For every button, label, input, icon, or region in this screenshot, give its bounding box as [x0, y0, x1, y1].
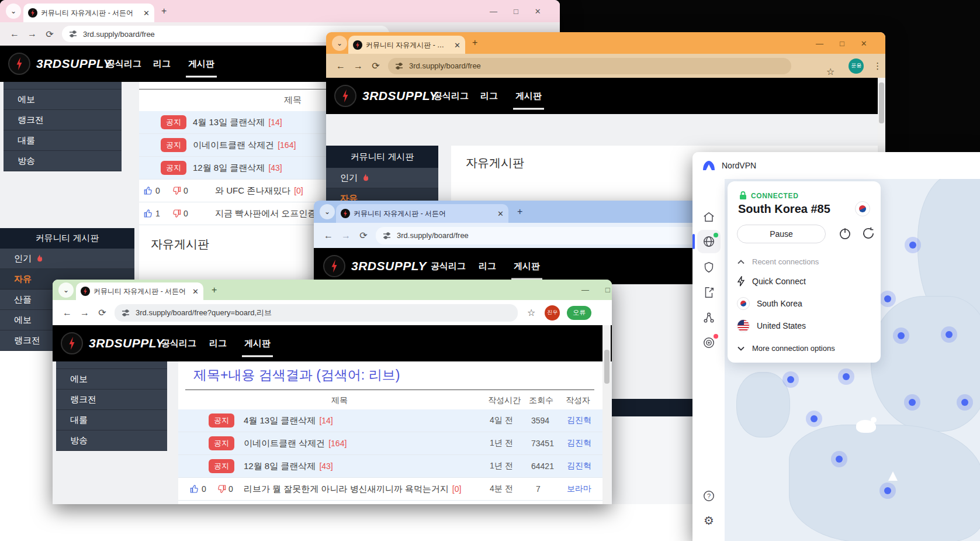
server-cluster-marker[interactable]	[884, 295, 891, 302]
sidebar-item-popular[interactable]: 인기	[326, 168, 438, 188]
bookmark-star-icon[interactable]: ☆	[527, 307, 535, 318]
new-tab-button[interactable]: +	[212, 285, 217, 295]
forward-icon[interactable]: →	[349, 61, 367, 71]
server-cluster-marker[interactable]	[836, 456, 843, 463]
back-icon[interactable]: ←	[58, 308, 76, 318]
board-row[interactable]: 공지 이네이트클랜 삭제건[164] 1년 전 73451 김진혁	[178, 432, 602, 455]
url-text[interactable]: 3rd.supply/board/free	[397, 231, 469, 240]
browser-status-chip[interactable]: 오류	[567, 306, 591, 320]
tab-search-chevron-icon[interactable]: ⌄	[320, 204, 335, 219]
post-title[interactable]: 4월 13일 클랜삭제	[244, 415, 316, 425]
post-author[interactable]: 김진혁	[567, 438, 591, 449]
site-settings-icon[interactable]	[122, 309, 130, 317]
site-logo[interactable]: 3RDSUPPLY	[8, 53, 112, 75]
reload-icon[interactable]: ⟳	[367, 60, 385, 71]
sidebar-item[interactable]: 대룰	[56, 410, 167, 430]
minimize-button[interactable]: —	[581, 285, 589, 294]
post-title[interactable]: 12월 8일 클랜삭제	[193, 163, 265, 173]
board-row[interactable]: 공지 4월 13일 클랜삭제[14] 4일 전 3594 김진혁	[178, 409, 602, 432]
nav-official-league[interactable]: 공식리그	[106, 58, 141, 70]
nav-league[interactable]: 리그	[153, 58, 171, 70]
nav-board[interactable]: 게시판	[515, 91, 542, 102]
meshnet-icon[interactable]	[697, 306, 721, 329]
recent-connection-item[interactable]: United States	[737, 319, 806, 332]
back-icon[interactable]: ←	[320, 230, 337, 241]
server-cluster-marker[interactable]	[884, 487, 891, 494]
forward-icon[interactable]: →	[23, 29, 41, 39]
back-icon[interactable]: ←	[6, 29, 23, 39]
nav-board[interactable]: 게시판	[514, 261, 540, 272]
new-tab-button[interactable]: +	[161, 6, 167, 16]
tab-close-icon[interactable]: ✕	[143, 9, 150, 17]
new-tab-button[interactable]: +	[517, 207, 522, 216]
reload-icon[interactable]: ⟳	[41, 29, 58, 40]
server-cluster-marker[interactable]	[909, 399, 916, 406]
post-title[interactable]: 이네이트클랜 삭제건	[193, 140, 274, 150]
sidebar-item[interactable]: 대룰	[4, 130, 122, 151]
post-title[interactable]: 와 UFC 존나재밌다	[215, 185, 290, 195]
sidebar-item[interactable]: 랭크전	[4, 110, 122, 130]
sidebar-item-clipped[interactable]	[56, 361, 167, 369]
nav-official-league[interactable]: 공식리그	[434, 91, 469, 102]
quick-connect-item[interactable]: Quick Connect	[737, 276, 806, 287]
home-icon[interactable]	[697, 205, 721, 229]
sidebar-item-clipped[interactable]	[4, 82, 122, 89]
forward-icon[interactable]: →	[76, 308, 94, 318]
nav-league[interactable]: 리그	[209, 338, 227, 349]
profile-avatar[interactable]: 진우	[545, 305, 560, 321]
tab-search-chevron-icon[interactable]: ⌄	[6, 4, 21, 19]
sidebar-item-popular[interactable]: 인기	[0, 249, 134, 269]
pause-button[interactable]: Pause	[737, 225, 826, 243]
page-scrollbar[interactable]	[602, 325, 611, 504]
server-cluster-marker[interactable]	[909, 242, 916, 249]
site-settings-icon[interactable]	[383, 232, 391, 240]
sidebar-item[interactable]: 랭크전	[56, 390, 167, 410]
tab-search-chevron-icon[interactable]: ⌄	[332, 36, 347, 51]
address-bar[interactable]: 3rd.supply/board/free?query=board,리브	[115, 304, 518, 322]
server-cluster-marker[interactable]	[898, 332, 905, 339]
recent-connection-item[interactable]: South Korea	[737, 297, 802, 310]
more-connection-options[interactable]: More connection options	[737, 344, 835, 353]
sidebar-item[interactable]: 방송	[4, 151, 122, 171]
board-row[interactable]: 공지 12월 8일 클랜삭제[43] 1년 전 64421 김진혁	[178, 455, 602, 478]
address-bar[interactable]: 3rd.supply/board/free	[388, 58, 791, 74]
nav-league[interactable]: 리그	[479, 261, 496, 272]
sidebar-item[interactable]: 에보	[4, 89, 122, 110]
server-cluster-marker[interactable]	[787, 376, 794, 383]
post-author[interactable]: 김진혁	[567, 415, 591, 426]
site-logo[interactable]: 3RDSUPPLY	[61, 332, 164, 354]
site-logo[interactable]: 3RDSUPPLY	[334, 85, 438, 107]
file-share-icon[interactable]	[697, 281, 721, 304]
post-title[interactable]: 지금 빡사판에서 오프인증 제	[215, 208, 328, 218]
post-title[interactable]: 12월 8일 클랜삭제	[244, 461, 316, 471]
post-title[interactable]: 이네이트클랜 삭제건	[244, 438, 325, 448]
recent-connections-header[interactable]: Recent connections	[737, 257, 819, 266]
server-cluster-marker[interactable]	[843, 373, 850, 380]
nav-board[interactable]: 게시판	[244, 338, 271, 349]
profile-avatar[interactable]: 푼용	[849, 58, 864, 74]
forward-icon[interactable]: →	[337, 230, 355, 241]
server-cluster-marker[interactable]	[811, 415, 818, 422]
browser-tab[interactable]: 커뮤니티 자유게시판 - 서든어 ✕	[336, 204, 508, 223]
server-cluster-marker[interactable]	[961, 399, 968, 406]
bookmark-star-icon[interactable]: ☆	[826, 66, 834, 77]
minimize-button[interactable]: —	[816, 39, 823, 48]
site-settings-icon[interactable]	[69, 30, 77, 38]
settings-gear-icon[interactable]: ⚙	[697, 509, 721, 532]
url-text[interactable]: 3rd.supply/board/free	[409, 61, 481, 70]
tab-search-chevron-icon[interactable]: ⌄	[58, 282, 74, 298]
maximize-button[interactable]: □	[840, 39, 844, 48]
new-tab-button[interactable]: +	[472, 38, 477, 47]
maximize-button[interactable]: □	[605, 285, 610, 294]
post-title[interactable]: 리브가 뭘 잘못한게 아니라 병신새끼니까 욕먹는거지	[244, 484, 449, 494]
url-text[interactable]: 3rd.supply/board/free?query=board,리브	[136, 308, 272, 318]
threat-protection-shield-icon[interactable]	[697, 256, 721, 279]
server-cluster-marker[interactable]	[946, 331, 953, 338]
site-settings-icon[interactable]	[395, 62, 403, 70]
site-logo[interactable]: 3RDSUPPLY	[323, 255, 427, 277]
board-row[interactable]: 0 0 리브가 뭘 잘못한게 아니라 병신새끼니까 욕먹는거지[0] 4분 전 …	[178, 478, 602, 501]
help-icon[interactable]: ?	[697, 484, 721, 508]
close-button[interactable]: ✕	[861, 39, 867, 48]
browser-tab[interactable]: 커뮤니티 자유게시판 - 서든어 ✕	[348, 36, 465, 54]
sidebar-item[interactable]: 방송	[56, 430, 167, 451]
